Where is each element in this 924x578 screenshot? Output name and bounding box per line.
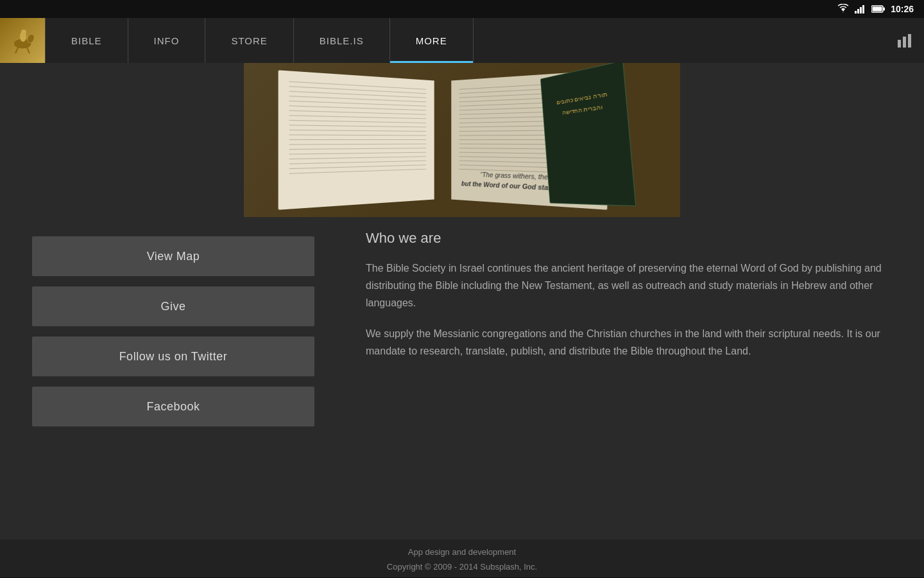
battery-icon — [871, 5, 886, 13]
bible-cover: תורה נביאים כתוביםוהברית החדישה — [540, 63, 636, 206]
footer-line1: App design and development — [0, 545, 924, 559]
who-paragraph-2: We supply the Messianic congregations an… — [366, 325, 898, 360]
left-panel: View Map Give Follow us on Twitter Faceb… — [0, 217, 346, 539]
svg-rect-5 — [884, 8, 886, 11]
svg-rect-3 — [862, 5, 864, 13]
signal-icon — [855, 4, 866, 13]
twitter-button[interactable]: Follow us on Twitter — [32, 337, 314, 376]
tab-store[interactable]: STORE — [205, 18, 293, 63]
navbar: BIBLE INFO STORE BIBLE.IS MORE — [0, 18, 924, 63]
footer-line2: Copyright © 2009 - 2014 Subsplash, Inc. — [0, 559, 924, 574]
book-lines-left — [289, 81, 427, 178]
view-map-button[interactable]: View Map — [32, 236, 314, 276]
svg-point-11 — [21, 30, 26, 35]
svg-rect-14 — [898, 40, 901, 48]
hero-image: “The grass withers, the flower fades, bu… — [0, 63, 924, 217]
footer: App design and development Copyright © 2… — [0, 539, 924, 577]
wifi-icon — [837, 4, 850, 14]
tab-bible[interactable]: BIBLE — [45, 18, 128, 63]
tab-info[interactable]: INFO — [128, 18, 206, 63]
svg-rect-6 — [873, 7, 882, 12]
right-panel: Who we are The Bible Society in Israel c… — [346, 217, 924, 539]
chart-icon-button[interactable] — [886, 18, 924, 63]
who-we-are-title: Who we are — [366, 230, 898, 247]
book-left-page — [278, 70, 434, 210]
svg-line-12 — [15, 48, 18, 53]
main-content: “The grass withers, the flower fades, bu… — [0, 63, 924, 539]
hero-right-bg — [680, 63, 924, 217]
hero-bible-bg: “The grass withers, the flower fades, bu… — [244, 63, 680, 217]
status-bar: 10:26 — [0, 0, 924, 18]
facebook-button[interactable]: Facebook — [32, 387, 314, 426]
bottom-section: View Map Give Follow us on Twitter Faceb… — [0, 217, 924, 539]
tab-bibleis[interactable]: BIBLE.IS — [294, 18, 390, 63]
book-cover-text: תורה נביאים כתוביםוהברית החדישה — [547, 76, 620, 120]
who-paragraph-1: The Bible Society in Israel continues th… — [366, 259, 898, 312]
svg-rect-2 — [860, 7, 862, 13]
app-logo-icon — [6, 24, 38, 57]
hero-left-bg — [0, 63, 244, 217]
tab-more[interactable]: MORE — [390, 18, 474, 63]
svg-rect-1 — [857, 9, 859, 13]
status-time: 10:26 — [891, 4, 914, 14]
svg-rect-15 — [903, 37, 906, 48]
give-button[interactable]: Give — [32, 286, 314, 326]
svg-rect-0 — [855, 11, 857, 13]
nav-tabs: BIBLE INFO STORE BIBLE.IS MORE — [45, 18, 474, 63]
svg-line-13 — [27, 48, 30, 53]
status-icons: 10:26 — [837, 4, 914, 14]
chart-icon — [896, 33, 913, 48]
svg-rect-16 — [908, 34, 911, 48]
app-logo[interactable] — [0, 18, 45, 63]
